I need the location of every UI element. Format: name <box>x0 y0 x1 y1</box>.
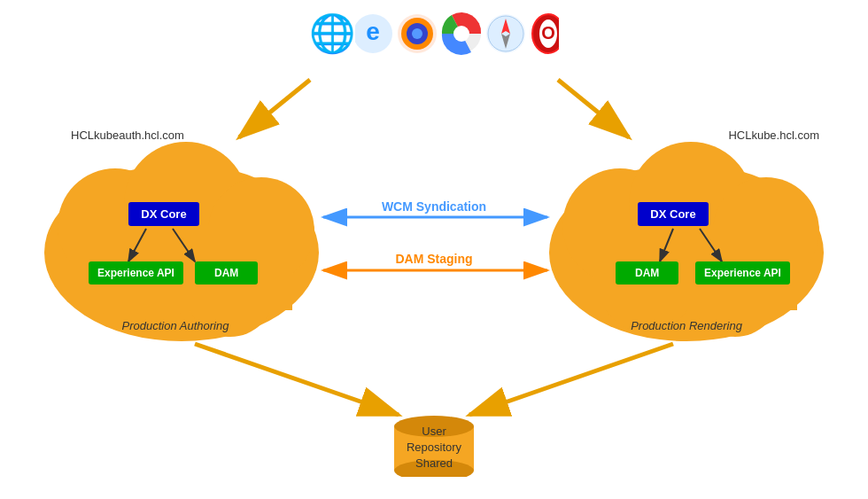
svg-text:e: e <box>366 18 380 45</box>
svg-line-23 <box>660 229 673 261</box>
svg-point-35 <box>412 28 422 39</box>
svg-point-5 <box>44 164 319 341</box>
svg-line-22 <box>173 229 195 261</box>
right-experience-api-box: Experience API <box>695 261 790 285</box>
left-dam-box: DAM <box>195 261 258 285</box>
dam-staging-label: DAM Staging <box>368 252 500 266</box>
database-label: UserRepositoryShared <box>394 424 474 472</box>
svg-line-19 <box>239 80 310 137</box>
right-url-label: HCLkube.hcl.com <box>728 129 819 142</box>
svg-line-20 <box>558 80 629 137</box>
right-prod-label: Production Rendering <box>616 319 757 332</box>
svg-line-24 <box>700 229 722 261</box>
browser-icons-row: 🌐 e O <box>309 7 559 60</box>
right-dx-core-box: DX Core <box>638 202 709 226</box>
wcm-syndication-label: WCM Syndication <box>354 199 514 214</box>
ie-icon: 🌐 <box>309 15 355 52</box>
svg-line-29 <box>469 344 673 415</box>
browser-icons-svg: e O <box>355 7 559 60</box>
database-cylinder: UserRepositoryShared <box>390 410 478 477</box>
svg-point-12 <box>549 164 824 341</box>
right-dam-box: DAM <box>616 261 678 285</box>
left-dx-core-box: DX Core <box>128 202 199 226</box>
left-experience-api-box: Experience API <box>89 261 183 285</box>
svg-line-28 <box>195 344 399 415</box>
left-prod-label: Production Authoring <box>105 319 246 332</box>
svg-text:O: O <box>541 23 555 43</box>
svg-line-21 <box>128 229 146 261</box>
left-url-label: HCLkubeauth.hcl.com <box>71 129 184 142</box>
svg-point-37 <box>453 26 469 42</box>
diagram-container: 🌐 e O <box>0 0 868 499</box>
